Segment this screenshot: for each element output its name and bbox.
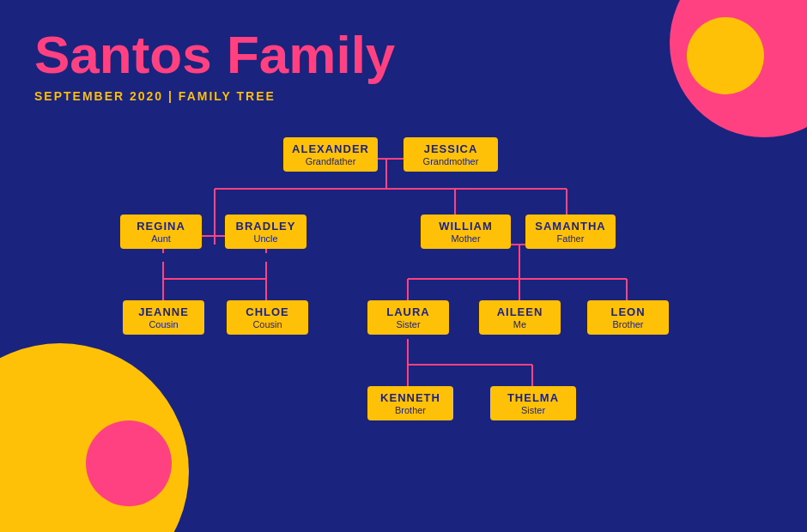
page-subtitle: SEPTEMBER 2020 | FAMILY TREE bbox=[34, 89, 773, 103]
node-william: WILLIAM Mother bbox=[421, 215, 511, 249]
node-aileen: AILEEN Me bbox=[479, 300, 561, 335]
node-regina: REGINA Aunt bbox=[120, 215, 202, 249]
family-tree: ALEXANDER Grandfather JESSICA Grandmothe… bbox=[0, 112, 807, 506]
node-jessica: JESSICA Grandmother bbox=[404, 137, 498, 172]
node-laura: LAURA Sister bbox=[367, 300, 449, 335]
node-thelma: THELMA Sister bbox=[490, 386, 576, 420]
node-jeanne: JEANNE Cousin bbox=[123, 300, 204, 335]
node-kenneth: KENNETH Brother bbox=[367, 386, 453, 420]
header: Santos Family SEPTEMBER 2020 | FAMILY TR… bbox=[0, 0, 807, 112]
node-leon: LEON Brother bbox=[587, 300, 669, 335]
page-title: Santos Family bbox=[34, 26, 773, 84]
node-alexander: ALEXANDER Grandfather bbox=[283, 137, 378, 172]
node-bradley: BRADLEY Uncle bbox=[225, 215, 306, 249]
node-samantha: SAMANTHA Father bbox=[525, 215, 616, 249]
node-chloe: CHLOE Cousin bbox=[227, 300, 308, 335]
